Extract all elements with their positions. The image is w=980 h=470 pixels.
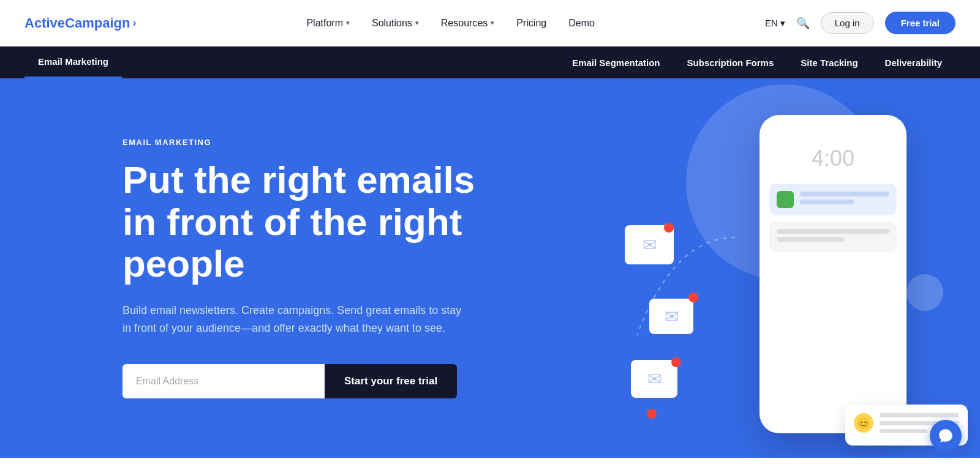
nav-demo[interactable]: Demo: [568, 18, 595, 29]
subnav-email-marketing[interactable]: Email Marketing: [24, 47, 122, 78]
notification-dot-3: [671, 357, 681, 367]
hero-section: EMAIL MARKETING Put the right emails in …: [0, 78, 980, 458]
brand-name: ActiveCampaign: [24, 15, 130, 31]
nav-platform[interactable]: Platform ▾: [306, 18, 350, 29]
phone-time: 4:00: [769, 146, 897, 171]
hero-title: Put the right emails in front of the rig…: [123, 159, 490, 285]
nav-links: Platform ▾ Solutions ▾ Resources ▾ Prici…: [306, 18, 594, 29]
nav-pricing[interactable]: Pricing: [516, 18, 546, 29]
phone-card-1: [769, 184, 897, 215]
navbar: ActiveCampaign› Platform ▾ Solutions ▾ R…: [0, 0, 980, 47]
free-trial-button[interactable]: Free trial: [885, 12, 956, 34]
language-selector[interactable]: EN ▾: [765, 18, 785, 29]
subnav-site-tracking[interactable]: Site Tracking: [787, 47, 871, 78]
chat-icon: [938, 428, 954, 444]
subnav-deliverability[interactable]: Deliverability: [872, 47, 956, 78]
notification-dot-4: [647, 409, 657, 419]
login-button[interactable]: Log in: [821, 12, 874, 34]
chevron-down-icon: ▾: [491, 19, 494, 27]
nav-resources[interactable]: Resources ▾: [441, 18, 494, 29]
hero-content: EMAIL MARKETING Put the right emails in …: [123, 138, 490, 398]
dotted-arc: [625, 225, 747, 348]
email-input[interactable]: [123, 364, 325, 398]
phone-card-2: [769, 222, 897, 252]
avatar: 😊: [854, 413, 873, 433]
subnav-email-segmentation[interactable]: Email Segmentation: [559, 47, 673, 78]
phone-mockup: 4:00: [760, 115, 907, 433]
start-trial-button[interactable]: Start your free trial: [325, 364, 457, 398]
hero-form: Start your free trial: [123, 364, 490, 398]
chat-widget-button[interactable]: [930, 420, 962, 452]
hero-illustration: 4:00: [612, 103, 980, 458]
brand-arrow: ›: [132, 17, 136, 29]
chevron-down-icon: ▾: [415, 19, 419, 27]
search-icon[interactable]: 🔍: [796, 17, 810, 30]
nav-solutions[interactable]: Solutions ▾: [372, 18, 419, 29]
subnav: Email Marketing Email Segmentation Subsc…: [0, 47, 980, 78]
phone-card-icon: [777, 191, 794, 208]
bg-circle-small: [907, 274, 943, 311]
envelope-3: [631, 360, 677, 398]
subnav-subscription-forms[interactable]: Subscription Forms: [674, 47, 788, 78]
hero-label: EMAIL MARKETING: [123, 138, 490, 147]
nav-right: EN ▾ 🔍 Log in Free trial: [765, 12, 956, 34]
chevron-down-icon: ▾: [346, 19, 350, 27]
hero-description: Build email newsletters. Create campaign…: [123, 302, 466, 337]
brand-logo[interactable]: ActiveCampaign›: [24, 15, 136, 31]
chevron-down-icon: ▾: [780, 18, 785, 29]
